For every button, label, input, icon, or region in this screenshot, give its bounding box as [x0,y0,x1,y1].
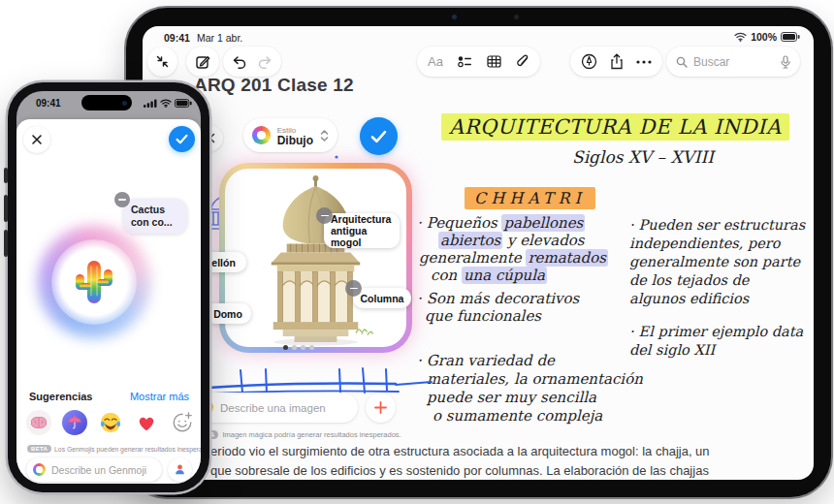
laughing-emoji-suggestion[interactable] [98,410,123,435]
checklist-icon [458,55,472,68]
image-tool-disclaimer: BETA Imagen mágica podría generar result… [193,430,401,439]
paperclip-icon [516,54,529,69]
person-genmoji-button[interactable] [168,457,192,482]
laughing-face-icon [99,411,122,434]
describe-image-placeholder: Describe una imagen [220,402,326,414]
iphone-screen: 09:41 Cactus con co... [16,91,201,484]
note-bullet-5: ·El primer ejemplo data del siglo XII [629,323,803,360]
genmoji-sheet: Cactus con co... [16,119,201,484]
checklist-button[interactable] [458,55,472,68]
more-button[interactable] [636,60,652,64]
ipad-screen: 09:41 Mar 1 abr. 100% [143,26,814,480]
table-button[interactable] [487,55,501,68]
battery-icon [781,32,800,42]
ipad-status-time: 09:41 [164,32,190,44]
accept-image-button[interactable] [360,117,398,155]
describe-genmoji-placeholder: Describe un Genmoji [51,464,146,476]
generated-image-card[interactable] [219,163,412,353]
brain-icon [28,414,49,431]
ai-flower-icon [33,463,46,476]
search-field[interactable]: Buscar [666,47,800,77]
style-picker[interactable]: Estilo Dibujo [243,118,337,152]
rainbow-cactus-genmoji[interactable] [74,257,114,307]
image-pagination-dots[interactable] [283,345,314,350]
add-smiley-icon [171,411,194,434]
remove-prompt-button[interactable] [114,192,130,207]
handwritten-subheading: Siglos XV – XVIII [572,147,714,167]
brain-emoji-suggestion[interactable] [26,410,51,435]
iphone-device: 09:41 Cactus con co... [8,82,209,492]
style-value: Dibujo [277,136,313,146]
share-button[interactable] [610,53,624,70]
person-icon [174,463,186,476]
volume-up-button [4,195,8,222]
ipad-device: 09:41 Mar 1 abr. 100% [126,8,831,497]
page-title: ARQ 201 Clase 12 [194,75,354,96]
plus-icon [374,401,387,414]
redo-icon [258,55,273,69]
collapse-button[interactable] [147,47,177,77]
style-swatch-icon [252,126,271,144]
ipad-status-date: Mar 1 abr. [197,32,242,44]
battery-icon [175,99,192,108]
iphone-status-time: 09:41 [36,98,61,109]
text-format-button[interactable]: Aa [428,54,443,69]
wifi-icon [734,32,747,42]
volume-down-button [4,230,8,257]
beta-badge: BETA [27,445,51,453]
genmoji-disclaimer: BETA Los Genmojis pueden generar resulta… [27,445,194,453]
describe-genmoji-input[interactable]: Describe un Genmoji [26,457,162,482]
wifi-icon [160,99,172,108]
check-icon [370,130,387,143]
prompt-bubble[interactable]: Cactus con co... [123,199,187,234]
label-columna[interactable]: Columna [353,288,411,308]
ellipsis-icon [636,60,652,64]
suggestion-row [26,410,195,435]
chevron-up-down-icon [320,129,329,142]
front-camera-dot [452,15,457,19]
compose-icon [195,54,210,70]
remove-label-columna-button[interactable] [345,280,362,297]
markup-icon [581,53,597,70]
generated-image [225,169,406,347]
add-image-prompt-button[interactable] [366,393,396,423]
table-icon [487,55,501,68]
umbrella-genmoji-suggestion[interactable] [62,410,87,435]
check-icon [176,134,188,144]
describe-image-input[interactable]: Describe una imagen [190,393,358,423]
close-icon [31,134,43,145]
close-genmoji-button[interactable] [23,126,50,153]
search-icon [676,56,688,68]
mic-icon [781,55,790,69]
umbrella-icon [66,414,83,431]
accept-genmoji-button[interactable] [169,126,195,152]
signal-icon [144,99,157,108]
heart-emoji-suggestion[interactable] [134,410,159,435]
note-bullet-4: ·Pueden ser estructuras independientes, … [629,216,805,308]
label-arquitectura-mogol[interactable]: Arquitecturaantigua mogol [324,213,400,248]
label-domo[interactable]: Domo [205,303,251,324]
suggestions-title: Sugerencias [29,391,92,402]
undo-button[interactable] [232,55,246,69]
mute-switch [4,168,8,183]
attachment-button[interactable] [516,54,529,69]
remove-label-arch-button[interactable] [316,207,333,224]
markup-button[interactable] [581,53,597,70]
redo-button[interactable] [258,55,273,69]
ipad-status-battery-pct: 100% [751,31,777,43]
show-more-link[interactable]: Mostrar más [130,391,189,402]
compose-note-button[interactable] [186,47,219,77]
share-icon [610,53,624,70]
heart-icon [136,413,157,432]
undo-icon [232,55,246,69]
collapse-icon [155,54,170,69]
camera-sensor-dot [514,15,519,19]
dynamic-island [81,95,132,110]
note-body-text: e periodo vio el surgimiento de otra est… [193,442,775,480]
chhatri-illustration [225,169,406,347]
new-genmoji-suggestion[interactable] [170,410,195,435]
camera-dot [122,101,127,106]
dictation-button[interactable] [781,55,790,69]
search-placeholder: Buscar [693,55,729,69]
